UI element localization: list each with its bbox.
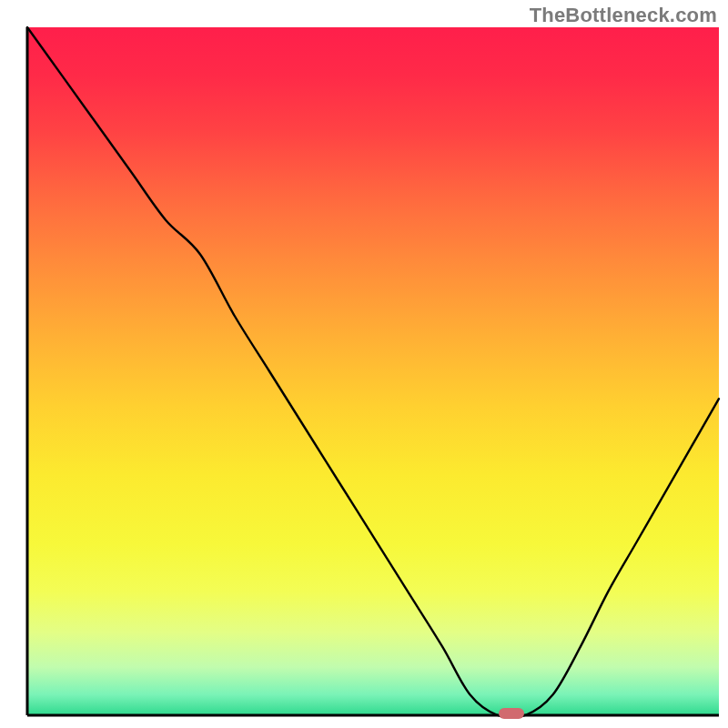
plot-background: [27, 27, 719, 715]
chart-stage: TheBottleneck.com: [0, 0, 728, 728]
optimal-marker: [499, 708, 524, 719]
bottleneck-chart: [0, 0, 728, 728]
